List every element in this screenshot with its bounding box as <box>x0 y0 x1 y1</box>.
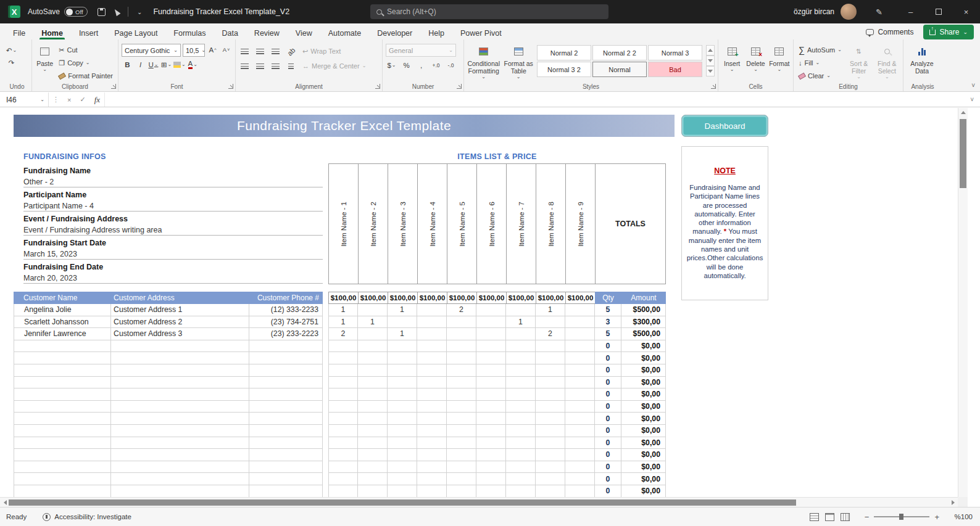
cell-item-qty-1[interactable] <box>328 364 358 377</box>
alignment-dialog-launcher[interactable] <box>375 84 380 89</box>
cell-amount[interactable]: $0,00 <box>621 473 666 485</box>
cell-item-qty-2[interactable] <box>358 377 388 389</box>
cell-customer-phone[interactable] <box>249 388 323 401</box>
cell-item-qty-2[interactable] <box>358 485 388 497</box>
cell-item-qty-4[interactable] <box>417 401 447 413</box>
cell-item-qty-6[interactable] <box>476 364 506 377</box>
comments-button[interactable]: Comments <box>861 26 918 38</box>
tab-automate[interactable]: Automate <box>320 23 370 39</box>
cell-item-qty-6[interactable] <box>476 388 506 401</box>
normal-view-button[interactable] <box>810 513 819 521</box>
number-format-select[interactable]: General⌄ <box>386 44 456 57</box>
cell-item-qty-2[interactable]: 1 <box>358 316 388 329</box>
cell-item-qty-5[interactable] <box>447 316 476 329</box>
pen-icon[interactable]: ✎ <box>865 0 893 23</box>
cell-item-qty-9[interactable] <box>565 437 595 450</box>
cell-item-qty-9[interactable] <box>565 473 595 485</box>
cell-item-qty-3[interactable] <box>388 413 417 425</box>
formula-input[interactable] <box>104 92 970 107</box>
header-qty[interactable]: Qty <box>595 292 621 304</box>
cell-item-qty-7[interactable] <box>506 461 536 474</box>
cell-style-normal-2-2[interactable]: Normal 2 2 <box>592 45 647 60</box>
cell-amount[interactable]: $0,00 <box>621 449 666 461</box>
cell-customer-address[interactable] <box>111 352 249 364</box>
item-name-vertical-label[interactable]: Item Name - 8 <box>547 202 555 247</box>
cell-customer-name[interactable] <box>14 485 111 497</box>
vertical-scrollbar[interactable] <box>958 108 968 497</box>
save-icon[interactable] <box>98 8 106 16</box>
cell-item-qty-7[interactable] <box>506 473 536 485</box>
cell-item-qty-1[interactable]: 1 <box>328 316 358 329</box>
cell-amount[interactable]: $0,00 <box>621 401 666 413</box>
cell-amount[interactable]: $300,00 <box>621 316 666 329</box>
cell-item-qty-1[interactable] <box>328 413 358 425</box>
cell-customer-phone[interactable] <box>249 340 323 353</box>
item-name-vertical-label[interactable]: Item Name - 9 <box>577 202 584 247</box>
cell-customer-phone[interactable] <box>249 377 323 389</box>
cell-item-qty-6[interactable] <box>476 377 506 389</box>
cell-item-qty-3[interactable] <box>388 352 417 364</box>
cell-customer-phone[interactable] <box>249 449 323 461</box>
cell-item-qty-4[interactable] <box>417 316 447 329</box>
cell-total-qty[interactable]: 0 <box>595 461 621 474</box>
tab-home[interactable]: Home <box>33 23 71 39</box>
cursor-icon[interactable] <box>113 7 121 16</box>
cell-item-qty-5[interactable] <box>447 401 476 413</box>
font-name-select[interactable]: Century Gothic⌄ <box>122 44 181 57</box>
minimize-button[interactable]: – <box>897 0 924 23</box>
italic-button[interactable]: I <box>135 59 146 70</box>
cell-item-qty-7[interactable] <box>506 352 536 364</box>
cell-item-qty-1[interactable] <box>328 485 358 497</box>
redo-button[interactable]: ↷ <box>6 57 17 68</box>
cell-amount[interactable]: $0,00 <box>621 352 666 364</box>
percent-style-button[interactable]: % <box>401 59 412 71</box>
cell-total-qty[interactable]: 0 <box>595 401 621 413</box>
cell-customer-name[interactable] <box>14 364 111 377</box>
close-button[interactable]: × <box>952 0 980 23</box>
tab-insert[interactable]: Insert <box>71 23 106 39</box>
cell-item-qty-6[interactable] <box>476 340 506 353</box>
cell-customer-name[interactable] <box>14 340 111 353</box>
cell-item-qty-7[interactable] <box>506 328 536 340</box>
cell-item-qty-1[interactable] <box>328 449 358 461</box>
cell-amount[interactable]: $0,00 <box>621 461 666 474</box>
accounting-format-button[interactable]: $⌄ <box>386 59 397 71</box>
cell-item-qty-3[interactable] <box>388 461 417 474</box>
cell-customer-address[interactable] <box>111 485 249 497</box>
cell-customer-address[interactable] <box>111 437 249 450</box>
avatar[interactable] <box>841 4 857 20</box>
collapse-ribbon-icon[interactable]: ˅ <box>971 82 975 89</box>
cell-item-qty-4[interactable] <box>417 461 447 474</box>
scroll-right-icon[interactable] <box>948 500 958 505</box>
cell-total-qty[interactable]: 3 <box>595 316 621 329</box>
cell-item-qty-4[interactable] <box>417 377 447 389</box>
cell-customer-address[interactable] <box>111 388 249 401</box>
item-name-vertical-label[interactable]: Item Name - 6 <box>488 202 496 247</box>
cell-total-qty[interactable]: 5 <box>595 304 621 316</box>
autosum-button[interactable]: ∑AutoSum⌄ <box>797 44 844 56</box>
unit-price-cell-5[interactable]: $100,00 <box>447 292 477 304</box>
borders-button[interactable]: ⊞⌄ <box>160 59 172 70</box>
cell-item-qty-7[interactable] <box>506 449 536 461</box>
cell-total-qty[interactable]: 0 <box>595 485 621 497</box>
cell-item-qty-8[interactable] <box>536 425 565 437</box>
wrap-text-button[interactable]: ↩Wrap Text <box>301 45 343 57</box>
cell-item-qty-6[interactable] <box>476 425 506 437</box>
gallery-down-button[interactable] <box>706 55 715 66</box>
cell-item-qty-9[interactable] <box>565 401 595 413</box>
clear-button[interactable]: Clear⌄ <box>797 70 844 82</box>
underline-button[interactable]: U⌄ <box>147 59 159 70</box>
tab-data[interactable]: Data <box>214 23 246 39</box>
find-select-button[interactable]: Find & Select ⌄ <box>874 42 900 80</box>
cell-item-qty-9[interactable] <box>565 304 595 316</box>
cell-customer-name[interactable] <box>14 401 111 413</box>
cell-item-qty-5[interactable] <box>447 388 476 401</box>
delete-cells-button[interactable]: × Delete ⌄ <box>745 42 766 72</box>
cell-item-qty-4[interactable] <box>417 328 447 340</box>
cell-item-qty-9[interactable] <box>565 364 595 377</box>
cell-item-qty-7[interactable] <box>506 364 536 377</box>
cell-amount[interactable]: $0,00 <box>621 485 666 497</box>
zoom-slider[interactable] <box>874 516 929 517</box>
cell-item-qty-1[interactable] <box>328 473 358 485</box>
cell-item-qty-4[interactable] <box>417 340 447 353</box>
